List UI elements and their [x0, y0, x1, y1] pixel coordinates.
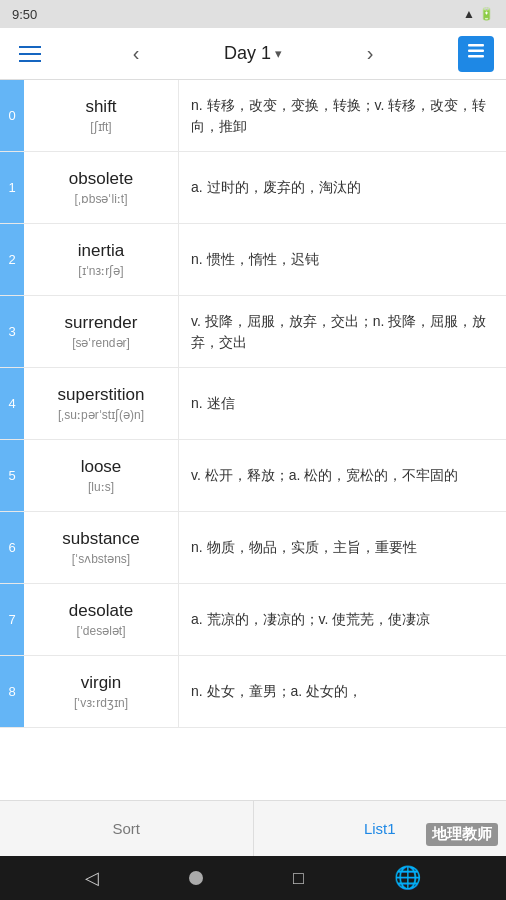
- word-row[interactable]: 7desolate[ˈdesələt]a. 荒凉的，凄凉的；v. 使荒芜，使凄凉: [0, 584, 506, 656]
- word-row[interactable]: 5loose[luːs]v. 松开，释放；a. 松的，宽松的，不牢固的: [0, 440, 506, 512]
- row-definition: n. 物质，物品，实质，主旨，重要性: [179, 512, 506, 583]
- word-text: superstition: [58, 385, 145, 405]
- menu-button[interactable]: [12, 36, 48, 72]
- android-nav: ◁ □ 🌐: [0, 856, 506, 900]
- hamburger-icon: [19, 46, 41, 62]
- word-text: obsolete: [69, 169, 133, 189]
- word-row[interactable]: 0shift[ʃɪft]n. 转移，改变，变换，转换；v. 转移，改变，转向，推…: [0, 80, 506, 152]
- word-phonetic: [ˈdesələt]: [76, 624, 125, 638]
- word-text: substance: [62, 529, 140, 549]
- row-word: virgin[ˈvɜːrdʒɪn]: [24, 656, 179, 727]
- android-home-button[interactable]: [189, 871, 203, 885]
- row-word: surrender[səˈrendər]: [24, 296, 179, 367]
- nav-bar: ‹ Day 1 ▾ ›: [0, 28, 506, 80]
- word-text: virgin: [81, 673, 122, 693]
- row-index: 5: [0, 440, 24, 511]
- status-bar: 9:50 ▲ 🔋: [0, 0, 506, 28]
- word-phonetic: [ˌɒbsəˈliːt]: [74, 192, 127, 206]
- row-word: superstition[ˌsuːpərˈstɪʃ(ə)n]: [24, 368, 179, 439]
- tab-sort[interactable]: Sort: [0, 801, 254, 856]
- row-word: desolate[ˈdesələt]: [24, 584, 179, 655]
- row-definition: v. 投降，屈服，放弃，交出；n. 投降，屈服，放弃，交出: [179, 296, 506, 367]
- word-row[interactable]: 4superstition[ˌsuːpərˈstɪʃ(ə)n]n. 迷信: [0, 368, 506, 440]
- word-text: loose: [81, 457, 122, 477]
- row-definition: n. 处女，童男；a. 处女的，: [179, 656, 506, 727]
- row-word: loose[luːs]: [24, 440, 179, 511]
- signal-icon: ▲: [463, 7, 475, 21]
- row-definition: n. 迷信: [179, 368, 506, 439]
- bottom-tabs: Sort List1: [0, 800, 506, 856]
- row-word: inertia[ɪˈnɜːrʃə]: [24, 224, 179, 295]
- forward-icon: ›: [367, 42, 374, 65]
- word-text: inertia: [78, 241, 124, 261]
- forward-button[interactable]: ›: [352, 36, 388, 72]
- nav-title-text: Day 1: [224, 43, 271, 64]
- word-phonetic: [luːs]: [88, 480, 114, 494]
- row-index: 3: [0, 296, 24, 367]
- word-row[interactable]: 3surrender[səˈrendər]v. 投降，屈服，放弃，交出；n. 投…: [0, 296, 506, 368]
- row-index: 0: [0, 80, 24, 151]
- row-word: substance[ˈsʌbstəns]: [24, 512, 179, 583]
- row-definition: a. 荒凉的，凄凉的；v. 使荒芜，使凄凉: [179, 584, 506, 655]
- chevron-down-icon: ▾: [275, 46, 282, 61]
- row-definition: v. 松开，释放；a. 松的，宽松的，不牢固的: [179, 440, 506, 511]
- row-definition: n. 转移，改变，变换，转换；v. 转移，改变，转向，推卸: [179, 80, 506, 151]
- row-word: obsolete[ˌɒbsəˈliːt]: [24, 152, 179, 223]
- list-view-icon: [466, 41, 486, 66]
- row-index: 6: [0, 512, 24, 583]
- word-phonetic: [ˌsuːpərˈstɪʃ(ə)n]: [58, 408, 144, 422]
- word-phonetic: [ʃɪft]: [90, 120, 111, 134]
- svg-rect-1: [468, 50, 484, 53]
- row-word: shift[ʃɪft]: [24, 80, 179, 151]
- word-list: 0shift[ʃɪft]n. 转移，改变，变换，转换；v. 转移，改变，转向，推…: [0, 80, 506, 800]
- word-row[interactable]: 1obsolete[ˌɒbsəˈliːt]a. 过时的，废弃的，淘汰的: [0, 152, 506, 224]
- nav-title-area[interactable]: Day 1 ▾: [224, 43, 282, 64]
- status-right: ▲ 🔋: [463, 7, 494, 21]
- word-phonetic: [ɪˈnɜːrʃə]: [78, 264, 123, 278]
- row-index: 7: [0, 584, 24, 655]
- svg-rect-2: [468, 55, 484, 58]
- row-definition: a. 过时的，废弃的，淘汰的: [179, 152, 506, 223]
- row-index: 8: [0, 656, 24, 727]
- word-row[interactable]: 2inertia[ɪˈnɜːrʃə]n. 惯性，惰性，迟钝: [0, 224, 506, 296]
- word-phonetic: [ˈvɜːrdʒɪn]: [74, 696, 128, 710]
- back-icon: ‹: [133, 42, 140, 65]
- android-recent-button[interactable]: □: [293, 868, 304, 889]
- battery-icon: 🔋: [479, 7, 494, 21]
- back-button[interactable]: ‹: [118, 36, 154, 72]
- word-text: shift: [85, 97, 116, 117]
- word-row[interactable]: 6substance[ˈsʌbstəns]n. 物质，物品，实质，主旨，重要性: [0, 512, 506, 584]
- word-text: surrender: [65, 313, 138, 333]
- row-definition: n. 惯性，惰性，迟钝: [179, 224, 506, 295]
- row-index: 2: [0, 224, 24, 295]
- globe-icon: 🌐: [394, 865, 421, 891]
- word-text: desolate: [69, 601, 133, 621]
- list-view-button[interactable]: [458, 36, 494, 72]
- status-left: 9:50: [12, 7, 37, 22]
- tab-list1[interactable]: List1: [254, 801, 507, 856]
- word-row[interactable]: 8virgin[ˈvɜːrdʒɪn]n. 处女，童男；a. 处女的，: [0, 656, 506, 728]
- status-time: 9:50: [12, 7, 37, 22]
- android-back-button[interactable]: ◁: [85, 867, 99, 889]
- word-phonetic: [ˈsʌbstəns]: [72, 552, 130, 566]
- word-phonetic: [səˈrendər]: [72, 336, 130, 350]
- svg-rect-0: [468, 44, 484, 47]
- row-index: 4: [0, 368, 24, 439]
- row-index: 1: [0, 152, 24, 223]
